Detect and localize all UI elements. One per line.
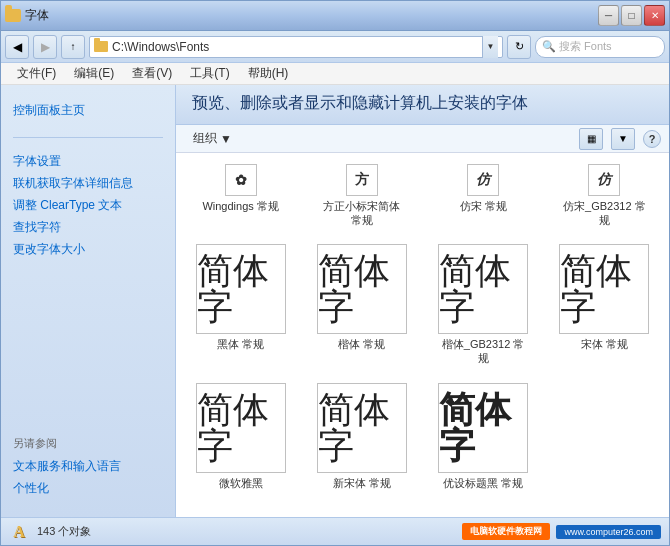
font-label-youshe: 优设标题黑 常规 xyxy=(443,476,523,490)
sidebar-also-section: 另请参阅 文本服务和输入语言 个性化 xyxy=(1,432,175,507)
empty-cell xyxy=(548,378,661,495)
font-item-fangsong-gb[interactable]: 仿 仿宋_GB2312 常规 xyxy=(548,161,661,231)
font-label-yahei: 微软雅黑 xyxy=(219,476,263,490)
font-small-preview-wingdings: ✿ xyxy=(225,164,257,196)
font-preview-youshe: 简体字 xyxy=(438,383,528,473)
maximize-button[interactable]: □ xyxy=(621,5,642,26)
taskbar-area: 电脑软硬件教程网 www.computer26.com xyxy=(462,523,661,540)
titlebar-controls: ─ □ ✕ xyxy=(598,5,665,26)
font-preview-text-yahei: 简体字 xyxy=(197,392,285,464)
page-title-bar: 预览、删除或者显示和隐藏计算机上安装的字体 xyxy=(176,85,669,125)
menu-file[interactable]: 文件(F) xyxy=(9,63,64,84)
minimize-button[interactable]: ─ xyxy=(598,5,619,26)
main-content: 预览、删除或者显示和隐藏计算机上安装的字体 组织 ▼ ▦ ▼ ? ✿ Wingd… xyxy=(176,85,669,517)
font-item-fangsong[interactable]: 仿 仿宋 常规 xyxy=(427,161,540,231)
sidebar-spacer xyxy=(1,268,175,432)
menu-help[interactable]: 帮助(H) xyxy=(240,63,297,84)
search-icon: 🔍 xyxy=(542,40,556,53)
sidebar-also-title: 另请参阅 xyxy=(13,436,163,451)
content-wrapper: 控制面板主页 字体设置 联机获取字体详细信息 调整 ClearType 文本 查… xyxy=(1,85,669,517)
font-label-heiti: 黑体 常规 xyxy=(217,337,264,351)
menu-edit[interactable]: 编辑(E) xyxy=(66,63,122,84)
forward-button[interactable]: ▶ xyxy=(33,35,57,59)
titlebar: 字体 ─ □ ✕ xyxy=(1,1,669,31)
font-item-youshe[interactable]: 简体字 优设标题黑 常规 xyxy=(427,378,540,495)
font-item-wingdings[interactable]: ✿ Wingdings 常规 xyxy=(184,161,297,231)
sidebar-link-font-size[interactable]: 更改字体大小 xyxy=(13,238,163,260)
sidebar: 控制面板主页 字体设置 联机获取字体详细信息 调整 ClearType 文本 查… xyxy=(1,85,176,517)
organize-button[interactable]: 组织 ▼ xyxy=(184,127,241,150)
watermark: 电脑软硬件教程网 xyxy=(462,523,550,540)
toolbar: 组织 ▼ ▦ ▼ ? xyxy=(176,125,669,153)
folder-icon xyxy=(5,9,21,22)
sidebar-main-section: 控制面板主页 xyxy=(1,95,175,129)
font-label-fangsong-gb: 仿宋_GB2312 常规 xyxy=(563,199,646,228)
menubar: 文件(F) 编辑(E) 查看(V) 工具(T) 帮助(H) xyxy=(1,63,669,85)
font-small-preview-fangsong: 仿 xyxy=(467,164,499,196)
font-grid: ✿ Wingdings 常规 方 方正小标宋简体常规 仿 仿宋 常规 仿 仿宋_… xyxy=(176,153,669,517)
font-preview-songti: 简体字 xyxy=(559,244,649,334)
view-dropdown-button[interactable]: ▼ xyxy=(611,128,635,150)
watermark-text: 电脑软硬件教程网 xyxy=(470,525,542,538)
font-preview-text-kaiti: 简体字 xyxy=(318,253,406,325)
font-preview-newsongti: 简体字 xyxy=(317,383,407,473)
font-item-newsongti[interactable]: 简体字 新宋体 常规 xyxy=(305,378,418,495)
font-preview-text-heiti: 简体字 xyxy=(197,253,285,325)
address-folder-icon xyxy=(94,41,108,52)
font-preview-kaiti-gb: 简体字 xyxy=(438,244,528,334)
close-button[interactable]: ✕ xyxy=(644,5,665,26)
status-font-icon: A xyxy=(9,522,29,542)
sidebar-link-text-services[interactable]: 文本服务和输入语言 xyxy=(13,455,163,477)
window-title: 字体 xyxy=(25,7,49,24)
font-preview-yahei: 简体字 xyxy=(196,383,286,473)
font-small-preview-fangzheng: 方 xyxy=(346,164,378,196)
menu-view[interactable]: 查看(V) xyxy=(124,63,180,84)
font-preview-text-kaiti-gb: 简体字 xyxy=(439,253,527,325)
window-icon xyxy=(5,8,21,24)
watermark2: www.computer26.com xyxy=(556,525,661,539)
back-button[interactable]: ◀ xyxy=(5,35,29,59)
address-path: C:\Windows\Fonts xyxy=(112,40,482,54)
font-label-songti: 宋体 常规 xyxy=(581,337,628,351)
refresh-button[interactable]: ↻ xyxy=(507,35,531,59)
sidebar-control-panel[interactable]: 控制面板主页 xyxy=(13,99,163,121)
font-item-kaiti-gb[interactable]: 简体字 楷体_GB2312 常规 xyxy=(427,239,540,371)
address-dropdown[interactable]: ▼ xyxy=(482,36,498,58)
sidebar-link-personalization[interactable]: 个性化 xyxy=(13,477,163,499)
font-label-newsongti: 新宋体 常规 xyxy=(333,476,391,490)
font-label-fangsong: 仿宋 常规 xyxy=(460,199,507,213)
font-small-preview-fangsong-gb: 仿 xyxy=(588,164,620,196)
font-label-fangzheng: 方正小标宋简体常规 xyxy=(323,199,400,228)
sidebar-link-find-char[interactable]: 查找字符 xyxy=(13,216,163,238)
status-count: 143 个对象 xyxy=(37,524,91,539)
view-button[interactable]: ▦ xyxy=(579,128,603,150)
up-button[interactable]: ↑ xyxy=(61,35,85,59)
statusbar: A 143 个对象 电脑软硬件教程网 www.computer26.com xyxy=(1,517,669,545)
font-preview-text-songti: 简体字 xyxy=(560,253,648,325)
font-preview-kaiti: 简体字 xyxy=(317,244,407,334)
sidebar-link-cleartype[interactable]: 调整 ClearType 文本 xyxy=(13,194,163,216)
font-item-kaiti[interactable]: 简体字 楷体 常规 xyxy=(305,239,418,371)
font-preview-heiti: 简体字 xyxy=(196,244,286,334)
font-item-heiti[interactable]: 简体字 黑体 常规 xyxy=(184,239,297,371)
sidebar-divider xyxy=(13,137,163,138)
font-preview-text-newsongti: 简体字 xyxy=(318,392,406,464)
menu-tools[interactable]: 工具(T) xyxy=(182,63,237,84)
organize-dropdown-icon: ▼ xyxy=(220,132,232,146)
font-label-kaiti-gb: 楷体_GB2312 常规 xyxy=(442,337,525,366)
sidebar-link-font-settings[interactable]: 字体设置 xyxy=(13,150,163,172)
search-box[interactable]: 🔍 搜索 Fonts xyxy=(535,36,665,58)
help-button[interactable]: ? xyxy=(643,130,661,148)
sidebar-links-section: 字体设置 联机获取字体详细信息 调整 ClearType 文本 查找字符 更改字… xyxy=(1,146,175,268)
watermark-url: www.computer26.com xyxy=(564,527,653,537)
address-bar[interactable]: C:\Windows\Fonts ▼ xyxy=(89,36,503,58)
titlebar-left: 字体 xyxy=(5,7,49,24)
font-item-songti[interactable]: 简体字 宋体 常规 xyxy=(548,239,661,371)
sidebar-link-online-info[interactable]: 联机获取字体详细信息 xyxy=(13,172,163,194)
page-title: 预览、删除或者显示和隐藏计算机上安装的字体 xyxy=(192,93,653,114)
font-item-yahei[interactable]: 简体字 微软雅黑 xyxy=(184,378,297,495)
font-item-fangzheng[interactable]: 方 方正小标宋简体常规 xyxy=(305,161,418,231)
addressbar: ◀ ▶ ↑ C:\Windows\Fonts ▼ ↻ 🔍 搜索 Fonts xyxy=(1,31,669,63)
font-label-wingdings: Wingdings 常规 xyxy=(202,199,278,213)
font-label-kaiti: 楷体 常规 xyxy=(338,337,385,351)
